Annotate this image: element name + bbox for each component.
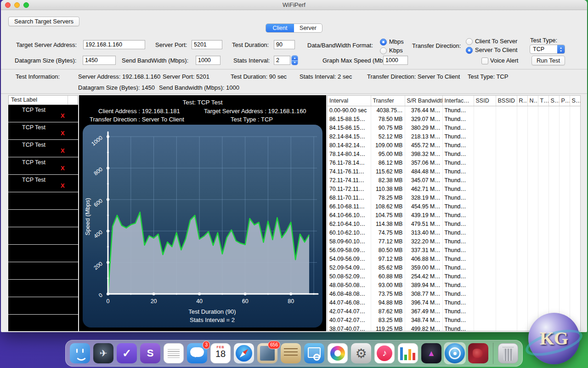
titlebar[interactable]: WiFiPerf [1, 0, 587, 10]
stats-interval-input[interactable] [274, 56, 290, 65]
dock-item-trash[interactable] [497, 342, 519, 364]
column-header[interactable]: S/R Bandwidth [405, 96, 442, 106]
interval-row[interactable]: 76.11-78.14…86.12 MB357.06 M…Thund… [328, 158, 580, 167]
interval-row[interactable]: 68.11-70.11…78.25 MB328.19 M…Thund… [328, 193, 580, 202]
interval-row[interactable]: 56.09-58.09…80.50 MB337.31 M…Thund… [328, 246, 580, 254]
dock-item-safari[interactable] [233, 342, 255, 364]
run-test-button[interactable]: Run Test [531, 56, 565, 65]
interval-row[interactable]: 66.10-68.11…108.62 MB454.95 M…Thund… [328, 202, 580, 211]
dock-item-textedit[interactable] [163, 342, 185, 364]
segment-server[interactable]: Server [294, 24, 322, 32]
server-port-input[interactable] [192, 40, 222, 49]
interval-cell: 50.08-52.09… [328, 272, 371, 281]
test-label-header[interactable]: Test Label [8, 95, 78, 105]
column-header[interactable]: Interfac… [442, 96, 474, 106]
test-label-row[interactable]: TCP TestX [8, 105, 78, 122]
graph-max-speed-label: Graph Max Speed (Mbps): [322, 57, 393, 64]
interval-cell [538, 150, 548, 158]
target-server-address-input[interactable] [83, 40, 145, 49]
dock-item-music[interactable] [373, 342, 396, 364]
column-header[interactable]: T… [538, 96, 548, 106]
delete-test-icon[interactable]: X [61, 165, 65, 172]
dock-item-messages[interactable]: 3 [186, 342, 208, 364]
interval-cell [527, 132, 538, 141]
radio-client-to-server[interactable] [466, 38, 473, 45]
interval-row[interactable]: 74.11-76.11…115.62 MB484.48 M…Thund… [328, 167, 580, 176]
column-header[interactable]: SSID [474, 96, 496, 106]
interval-cell [496, 281, 517, 289]
interval-row[interactable]: 78.14-80.14…95.00 MB398.32 M…Thund… [328, 150, 580, 158]
test-duration-input[interactable] [274, 40, 295, 49]
interval-row[interactable]: 60.10-62.10…74.75 MB313.40 M…Thund… [328, 228, 580, 237]
test-type-select[interactable]: TCP [530, 45, 565, 54]
column-header[interactable]: P… [559, 96, 570, 106]
dock-item-checklist-app[interactable]: ✓ [116, 342, 138, 364]
interval-row[interactable]: 44.07-46.08…94.88 MB396.74 M…Thund… [328, 298, 580, 307]
dock-item-red-app[interactable] [467, 342, 489, 364]
dock-item-app-store[interactable] [303, 342, 325, 364]
column-header[interactable]: R… [517, 96, 527, 106]
column-header[interactable]: BSSID [496, 96, 517, 106]
send-bandwidth-input[interactable] [196, 56, 220, 65]
dock-item-photos[interactable] [327, 342, 349, 364]
column-header[interactable]: N… [527, 96, 538, 106]
interval-row[interactable]: 52.09-54.09…85.62 MB359.00 M…Thund… [328, 263, 580, 272]
dock-item-system-preferences[interactable]: ⚙ [350, 342, 372, 364]
interval-row[interactable]: 70.11-72.11…110.38 MB462.71 M…Thund… [328, 184, 580, 193]
test-label-row-empty [8, 315, 78, 331]
segment-client[interactable]: Client [266, 24, 294, 32]
dock-item-calendar[interactable]: FEB18 [209, 342, 232, 364]
search-target-servers-button[interactable]: Search Target Servers [8, 17, 79, 26]
interval-row[interactable]: 54.09-56.09…97.12 MB406.88 M…Thund… [328, 254, 580, 263]
interval-row[interactable]: 82.14-84.15…52.12 MB218.13 M…Thund… [328, 132, 580, 141]
close-window-icon[interactable] [5, 2, 11, 8]
datagram-size-input[interactable] [83, 56, 116, 65]
column-header[interactable]: Interval [328, 96, 371, 106]
interval-row[interactable]: 46.08-48.08…73.75 MB308.77 M…Thund… [328, 289, 580, 298]
interval-cell [527, 167, 538, 176]
delete-test-icon[interactable]: X [61, 112, 65, 119]
dock-item-launchpad[interactable]: ✈ [92, 342, 114, 364]
radio-server-to-client[interactable] [466, 47, 473, 54]
stepper-up-icon[interactable] [292, 56, 298, 61]
test-label-row[interactable]: TCP TestX [8, 157, 78, 175]
interval-row[interactable]: 86.15-88.15…78.50 MB329.07 M…Thund… [328, 115, 580, 123]
dock-item-s-app[interactable]: S [139, 342, 161, 364]
radio-kbps[interactable] [380, 47, 387, 54]
dock-item-wifiperf[interactable] [444, 342, 466, 364]
delete-test-icon[interactable]: X [61, 130, 65, 137]
column-header[interactable]: Transfer [371, 96, 405, 106]
column-header[interactable]: S… [548, 96, 559, 106]
minimize-window-icon[interactable] [14, 2, 20, 8]
graph-max-speed-input[interactable] [383, 56, 408, 65]
zoom-window-icon[interactable] [23, 2, 29, 8]
stepper-down-icon[interactable] [292, 61, 298, 65]
dock-item-usage-stats[interactable] [397, 342, 419, 364]
delete-test-icon[interactable]: X [61, 147, 65, 154]
interval-row[interactable]: 72.11-74.11…82.38 MB345.07 M…Thund… [328, 176, 580, 184]
interval-row[interactable]: 50.08-52.09…60.88 MB254.42 M…Thund… [328, 272, 580, 281]
delete-test-icon[interactable]: X [61, 182, 65, 189]
test-label-row[interactable]: TCP TestX [8, 122, 78, 140]
interval-cell [570, 281, 580, 289]
interval-row[interactable]: 0.00-90.00 sec4038.75…376.44 M…Thund… [328, 106, 580, 115]
interval-row[interactable]: 62.10-64.10…114.38 MB479.51 M…Thund… [328, 219, 580, 228]
dock-item-notes[interactable] [280, 342, 302, 364]
dock-item-finder[interactable] [69, 342, 91, 364]
interval-row[interactable]: 58.09-60.10…77.12 MB322.20 M…Thund… [328, 237, 580, 246]
interval-row[interactable]: 64.10-66.10…104.75 MB439.19 M…Thund… [328, 211, 580, 219]
test-label-row[interactable]: TCP TestX [8, 140, 78, 157]
voice-alert-checkbox[interactable] [481, 58, 488, 64]
dock-item-presentation-app[interactable]: ▲ [420, 342, 442, 364]
column-header[interactable]: S… [570, 96, 580, 106]
dock-item-stamps-app[interactable]: 656 [256, 342, 278, 364]
interval-row[interactable]: 48.08-50.08…93.00 MB389.94 M…Thund… [328, 281, 580, 289]
interval-cell [538, 281, 548, 289]
interval-cell [474, 132, 496, 141]
stats-interval-stepper[interactable] [291, 55, 298, 65]
interval-row[interactable]: 84.15-86.15…90.75 MB380.29 M…Thund… [328, 123, 580, 132]
test-label-text: TCP Test [22, 107, 45, 113]
radio-mbps[interactable] [380, 39, 387, 46]
interval-row[interactable]: 80.14-82.14…109.00 MB455.72 M…Thund… [328, 141, 580, 150]
test-label-row[interactable]: TCP TestX [8, 175, 78, 192]
